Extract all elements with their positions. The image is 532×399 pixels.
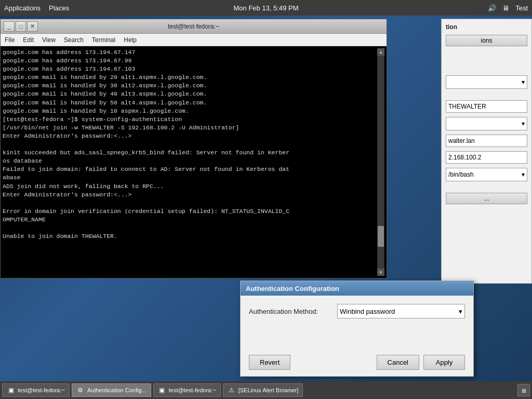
auth-dialog: Authentication Configuration Authenticat… bbox=[240, 281, 474, 377]
taskbar: ▣ test@test-fedora:~ ⚙ Authentication Co… bbox=[0, 381, 532, 399]
terminal-titlebar: _ □ ✕ test@test-fedora:~ bbox=[1, 19, 387, 34]
show-desktop-button[interactable]: ▦ bbox=[517, 384, 530, 396]
minimize-button[interactable]: _ bbox=[4, 21, 15, 32]
taskbar-icon-2: ▣ bbox=[158, 386, 166, 394]
terminal-window: _ □ ✕ test@test-fedora:~ File Edit View … bbox=[0, 19, 387, 278]
taskbar-item-0[interactable]: ▣ test@test-fedora:~ bbox=[2, 383, 70, 397]
menu-edit[interactable]: Edit bbox=[21, 36, 36, 44]
rp-shell-value: /bin/bash bbox=[448, 171, 474, 178]
scroll-up-arrow[interactable]: ▲ bbox=[377, 48, 384, 56]
rp-select-shell[interactable]: /bin/bash ▾ bbox=[446, 168, 527, 181]
rp-select-2[interactable]: ▾ bbox=[446, 117, 527, 130]
right-panel: tion ions ▾ THEWALTER ▾ walter.lan 2.168… bbox=[441, 19, 532, 284]
auth-buttons: Revert Cancel Apply bbox=[241, 355, 473, 376]
terminal-body[interactable]: google.com has address 173.194.67.147 go… bbox=[1, 46, 387, 278]
terminal-menubar: File Edit View Search Terminal Help bbox=[1, 34, 387, 46]
terminal-title: test@test-fedora:~ bbox=[38, 23, 349, 30]
top-panel: Applications Places Mon Feb 13, 5:49 PM … bbox=[0, 0, 532, 16]
top-panel-left: Applications Places bbox=[4, 4, 69, 12]
menu-search[interactable]: Search bbox=[62, 36, 86, 44]
scrollbar-thumb[interactable] bbox=[378, 226, 384, 247]
auth-method-label: Authentication Method: bbox=[249, 308, 332, 315]
terminal-scrollbar[interactable]: ▲ ▼ bbox=[377, 48, 384, 276]
rp-ip-value: 2.168.100.2 bbox=[448, 154, 481, 161]
terminal-content: google.com has address 173.194.67.147 go… bbox=[3, 48, 377, 276]
top-panel-right: 🔊 🖥 Test bbox=[488, 4, 528, 12]
volume-icon[interactable]: 🔊 bbox=[488, 4, 496, 12]
taskbar-label-3: [SELinux Alert Browser] bbox=[238, 387, 299, 393]
scroll-down-arrow[interactable]: ▼ bbox=[377, 269, 384, 276]
rp-button-ions[interactable]: ions bbox=[446, 35, 527, 46]
show-desktop-icon: ▦ bbox=[522, 388, 526, 393]
revert-button[interactable]: Revert bbox=[249, 355, 290, 370]
rp-input-walterlan[interactable]: walter.lan bbox=[446, 135, 527, 147]
menu-file[interactable]: File bbox=[3, 36, 17, 44]
auth-dialog-body: Authentication Method: Winbind password … bbox=[241, 296, 473, 355]
places-menu[interactable]: Places bbox=[49, 4, 69, 12]
taskbar-label-0: test@test-fedora:~ bbox=[18, 387, 65, 393]
taskbar-label-1: Authentication Config... bbox=[87, 387, 147, 393]
taskbar-label-2: test@test-fedora:~ bbox=[169, 387, 216, 393]
auth-method-select[interactable]: Winbind password ▾ bbox=[337, 304, 465, 318]
menu-help[interactable]: Help bbox=[122, 36, 139, 44]
rp-select-1[interactable]: ▾ bbox=[446, 75, 527, 89]
taskbar-right: ▦ bbox=[517, 384, 530, 396]
rp-dots-button[interactable]: ... bbox=[446, 193, 527, 204]
menu-view[interactable]: View bbox=[40, 36, 58, 44]
scrollbar-track[interactable] bbox=[378, 56, 384, 269]
rp-walterlan-value: walter.lan bbox=[448, 137, 475, 144]
cancel-button[interactable]: Cancel bbox=[377, 355, 419, 370]
auth-dialog-title: Authentication Configuration bbox=[241, 281, 473, 296]
menu-terminal[interactable]: Terminal bbox=[90, 36, 117, 44]
rp-input-ip[interactable]: 2.168.100.2 bbox=[446, 151, 527, 164]
applications-menu[interactable]: Applications bbox=[4, 4, 41, 12]
maximize-button[interactable]: □ bbox=[16, 21, 26, 32]
apply-button[interactable]: Apply bbox=[423, 355, 465, 370]
auth-method-value: Winbind password bbox=[340, 308, 395, 315]
rp-thewalter-value: THEWALTER bbox=[448, 103, 486, 110]
taskbar-icon-1: ⚙ bbox=[76, 386, 85, 394]
auth-method-dropdown-icon[interactable]: ▾ bbox=[459, 308, 462, 315]
auth-method-row: Authentication Method: Winbind password … bbox=[249, 304, 465, 318]
taskbar-item-2[interactable]: ▣ test@test-fedora:~ bbox=[153, 383, 221, 397]
close-button[interactable]: ✕ bbox=[27, 21, 38, 32]
taskbar-icon-0: ▣ bbox=[7, 386, 15, 394]
rp-input-thewalter[interactable]: THEWALTER bbox=[446, 100, 527, 113]
datetime: Mon Feb 13, 5:49 PM bbox=[233, 4, 298, 12]
right-panel-title: tion bbox=[446, 23, 527, 31]
username: Test bbox=[515, 4, 528, 12]
taskbar-item-1[interactable]: ⚙ Authentication Config... bbox=[72, 383, 151, 397]
network-icon[interactable]: 🖥 bbox=[502, 4, 509, 12]
taskbar-item-3[interactable]: ⚠ [SELinux Alert Browser] bbox=[223, 383, 303, 397]
taskbar-icon-3: ⚠ bbox=[228, 386, 236, 394]
